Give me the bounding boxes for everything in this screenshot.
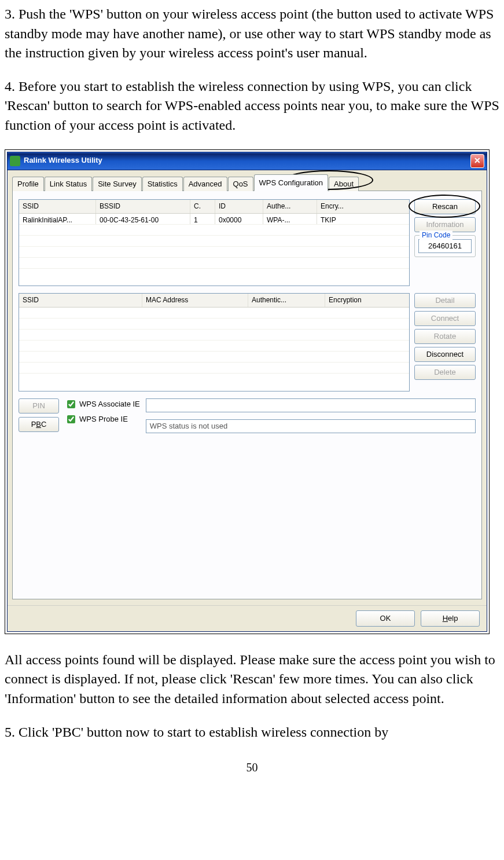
dialog-buttons: OK Help [8, 605, 487, 631]
wps-associate-input[interactable] [67, 400, 75, 408]
wps-associate-label: WPS Associate IE [79, 399, 140, 409]
disconnect-button[interactable]: Disconnect [414, 347, 476, 362]
page-number: 50 [5, 759, 499, 775]
cell-bssid: 00-0C-43-25-61-00 [96, 214, 190, 224]
detail-button[interactable]: Detail [414, 293, 476, 308]
tab-statistics[interactable]: Statistics [142, 177, 183, 191]
col-c: C. [190, 200, 215, 213]
screenshot-figure: Ralink Wireless Utility ✕ Profile Link S… [5, 149, 490, 634]
ap-scan-list[interactable]: SSID BSSID C. ID Authe... Encry... Ralin… [19, 199, 410, 286]
col-ssid: SSID [19, 200, 96, 213]
pin-button[interactable]: PIN [19, 398, 59, 413]
col2-encry: Encryption [325, 294, 409, 307]
ap-scan-header: SSID BSSID C. ID Authe... Encry... [19, 200, 409, 214]
wps-panel: SSID BSSID C. ID Authe... Encry... Ralin… [12, 191, 482, 599]
pin-code-group: Pin Code 26460161 [414, 235, 476, 257]
col-bssid: BSSID [96, 200, 190, 213]
tab-site-survey[interactable]: Site Survey [93, 177, 141, 191]
tab-link-status[interactable]: Link Status [45, 177, 92, 191]
wps-associate-checkbox[interactable]: WPS Associate IE [65, 398, 140, 410]
wps-probe-checkbox[interactable]: WPS Probe IE [65, 413, 140, 425]
cell-encry: TKIP [317, 214, 409, 224]
col-id: ID [215, 200, 263, 213]
tab-wps-configuration[interactable]: WPS Configuration [254, 174, 329, 191]
col2-mac: MAC Address [142, 294, 248, 307]
pin-code-label: Pin Code [420, 230, 453, 240]
paragraph-3: 3. Push the 'WPS' button on your wireles… [5, 5, 499, 63]
pbc-button[interactable]: PBC [19, 417, 59, 432]
wps-progress [146, 398, 476, 412]
cell-auth: WPA-... [263, 214, 317, 224]
app-icon [10, 156, 20, 166]
profile-header: SSID MAC Address Authentic... Encryption [19, 294, 409, 308]
tab-qos[interactable]: QoS [228, 177, 253, 191]
paragraph-4: 4. Before you start to establish the wir… [5, 77, 499, 136]
cell-id: 0x0000 [215, 214, 263, 224]
wps-probe-input[interactable] [67, 415, 75, 423]
col-auth: Authe... [263, 200, 317, 213]
help-button[interactable]: Help [421, 610, 480, 627]
delete-button[interactable]: Delete [414, 365, 476, 380]
close-icon[interactable]: ✕ [470, 154, 484, 168]
scan-buttons: Rescan Information Pin Code 26460161 [414, 199, 476, 286]
title-bar: Ralink Wireless Utility ✕ [8, 152, 487, 170]
ap-scan-row[interactable]: RalinkInitialAP... 00-0C-43-25-61-00 1 0… [19, 214, 409, 225]
ok-button[interactable]: OK [356, 610, 415, 627]
rotate-button[interactable]: Rotate [414, 329, 476, 344]
app-window: Ralink Wireless Utility ✕ Profile Link S… [7, 152, 487, 632]
col-encry: Encry... [317, 200, 409, 213]
cell-ssid: RalinkInitialAP... [19, 214, 96, 224]
tab-profile[interactable]: Profile [12, 177, 44, 191]
cell-c: 1 [190, 214, 215, 224]
col2-auth: Authentic... [248, 294, 325, 307]
tab-advanced[interactable]: Advanced [183, 177, 227, 191]
annotation-oval-rescan [409, 195, 480, 218]
pin-code-value: 26460161 [418, 239, 472, 253]
tab-bar: Profile Link Status Site Survey Statisti… [12, 174, 482, 191]
paragraph-5: 5. Click 'PBC' button now to start to es… [5, 723, 499, 742]
wps-status: WPS status is not used [146, 419, 476, 433]
paragraph-after: All access points found will be displaye… [5, 650, 499, 709]
col2-ssid: SSID [19, 294, 142, 307]
profile-list[interactable]: SSID MAC Address Authentic... Encryption [19, 293, 410, 391]
wps-probe-label: WPS Probe IE [79, 414, 128, 424]
window-title: Ralink Wireless Utility [24, 155, 470, 166]
profile-buttons: Detail Connect Rotate Disconnect Delete [414, 293, 476, 391]
connect-button[interactable]: Connect [414, 311, 476, 326]
